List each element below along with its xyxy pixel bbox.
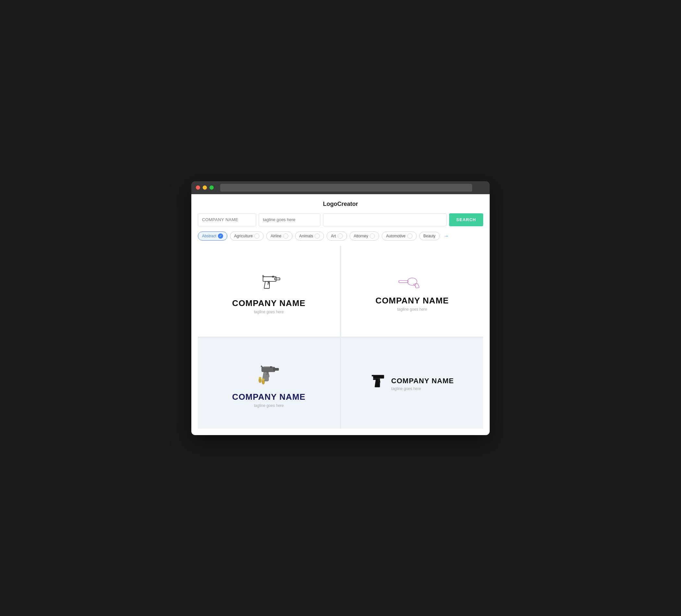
app-title: LogoCreator — [198, 201, 483, 207]
filter-label-agriculture: Agriculture — [234, 234, 253, 238]
svg-rect-5 — [399, 280, 408, 283]
logo-icon-4 — [370, 372, 386, 391]
filter-chip-automotive[interactable]: Automotive — [382, 231, 417, 240]
logo-icon-1 — [254, 270, 283, 294]
filter-chip-beauty[interactable]: Beauty — [419, 232, 440, 240]
browser-titlebar — [191, 181, 490, 194]
logo-card-2[interactable]: COMPANY NAME tagline goes here — [341, 246, 483, 336]
check-icon-animals — [314, 233, 320, 239]
logo-tagline-1: tagline goes here — [254, 310, 284, 314]
company-input[interactable] — [198, 213, 256, 226]
logo-tagline-3: tagline goes here — [254, 403, 284, 408]
search-button[interactable]: SEARCH — [449, 213, 483, 226]
close-button[interactable] — [196, 185, 200, 190]
gun-outline-icon — [254, 270, 283, 292]
browser-content: LogoCreator SEARCH Abstract ✓ Agricultur… — [191, 194, 490, 435]
filter-label-airline: Airline — [271, 234, 281, 238]
logo-company-1: COMPANY NAME — [232, 298, 305, 308]
keyword-input[interactable] — [323, 213, 447, 226]
filter-label-automotive: Automotive — [386, 234, 405, 238]
logo-company-3: COMPANY NAME — [232, 392, 305, 402]
filter-chip-agriculture[interactable]: Agriculture — [230, 231, 263, 240]
filter-chip-art[interactable]: Art — [327, 231, 347, 240]
check-icon-automotive — [407, 233, 412, 239]
maximize-button[interactable] — [209, 185, 214, 190]
filter-label-attorney: Attorney — [354, 234, 369, 238]
check-icon-attorney — [370, 233, 375, 239]
tagline-input[interactable] — [259, 213, 320, 226]
browser-window: LogoCreator SEARCH Abstract ✓ Agricultur… — [191, 181, 490, 435]
logo-grid: COMPANY NAME tagline goes here — [198, 246, 483, 429]
svg-rect-21 — [373, 375, 384, 378]
logo-tagline-2: tagline goes here — [397, 307, 427, 312]
filter-chip-abstract[interactable]: Abstract ✓ — [198, 231, 227, 240]
svg-point-4 — [407, 278, 417, 285]
svg-line-15 — [267, 371, 267, 375]
gun-black-icon — [370, 372, 386, 390]
svg-line-2 — [268, 281, 268, 285]
minimize-button[interactable] — [203, 185, 207, 190]
search-bar: SEARCH — [198, 213, 483, 226]
svg-rect-22 — [372, 375, 374, 376]
logo-card-3[interactable]: COMPANY NAME tagline goes here — [198, 338, 340, 429]
filter-chip-airline[interactable]: Airline — [266, 231, 292, 240]
logo-company-2: COMPANY NAME — [376, 296, 449, 306]
filter-label-beauty: Beauty — [424, 234, 435, 238]
url-bar[interactable] — [220, 184, 472, 191]
logo-tagline-4: tagline goes here — [391, 386, 454, 391]
svg-rect-1 — [275, 278, 280, 280]
svg-rect-9 — [262, 367, 275, 372]
check-icon-abstract: ✓ — [218, 233, 223, 239]
svg-rect-10 — [273, 368, 279, 370]
svg-point-20 — [262, 378, 264, 381]
filter-label-art: Art — [331, 234, 336, 238]
svg-rect-24 — [378, 378, 379, 382]
svg-line-7 — [413, 284, 414, 286]
svg-point-18 — [259, 377, 261, 379]
svg-rect-0 — [263, 277, 276, 281]
logo-card-1[interactable]: COMPANY NAME tagline goes here — [198, 246, 340, 336]
gun-pink-icon — [398, 272, 427, 290]
filter-label-animals: Animals — [299, 234, 313, 238]
check-icon-art — [337, 233, 343, 239]
logo-icon-3 — [254, 360, 283, 387]
logo-company-4: COMPANY NAME — [391, 377, 454, 385]
check-icon-agriculture — [254, 233, 259, 239]
filter-chip-attorney[interactable]: Attorney — [350, 231, 379, 240]
filter-label-abstract: Abstract — [202, 234, 216, 238]
filter-bar: Abstract ✓ Agriculture Airline Animals A… — [198, 231, 483, 240]
logo-text-group-4: COMPANY NAME tagline goes here — [391, 377, 454, 391]
logo-card-4[interactable]: COMPANY NAME tagline goes here — [341, 338, 483, 429]
svg-rect-16 — [270, 366, 272, 367]
check-icon-airline — [283, 233, 288, 239]
logo-icon-2 — [398, 272, 427, 291]
filter-chip-animals[interactable]: Animals — [295, 231, 324, 240]
gun-colored-icon — [254, 360, 283, 386]
filter-next-arrow[interactable]: → — [444, 233, 449, 239]
